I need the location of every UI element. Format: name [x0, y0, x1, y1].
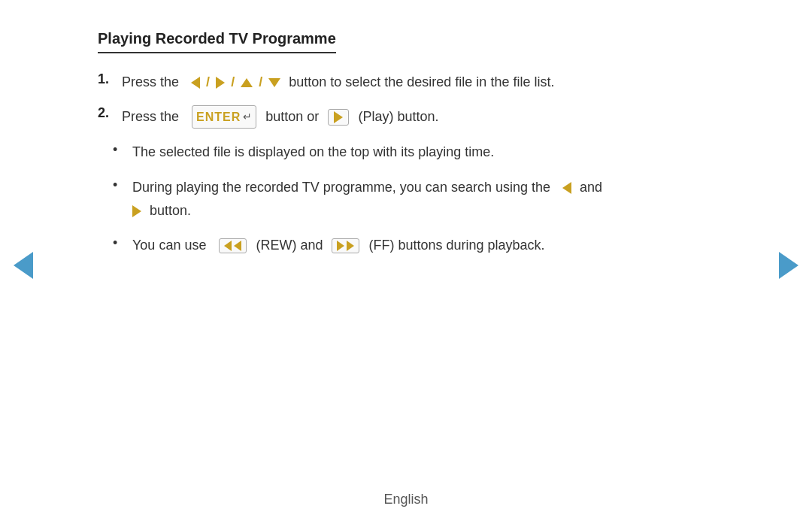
bullet-2-text: During playing the recorded TV programme… [132, 176, 714, 222]
bullet-list: • The selected file is displayed on the … [98, 141, 714, 256]
bullet-2-before: During playing the recorded TV programme… [132, 180, 550, 195]
enter-return-icon: ↵ [243, 108, 252, 125]
bullet-3-text: You can use (REW) and (FF) buttons durin… [132, 234, 714, 257]
bullet-2: • During playing the recorded TV program… [113, 176, 714, 222]
rew-tri-1 [224, 241, 232, 251]
rew-button-icon [219, 238, 247, 253]
play-button-icon [328, 109, 349, 126]
step-1: 1. Press the / / / button to select the … [98, 71, 714, 93]
bullet-2-and: and [580, 180, 602, 195]
bullet-dot-1: • [113, 142, 128, 158]
footer: English [0, 492, 812, 507]
step-1-number: 1. [98, 71, 122, 87]
arrow-up-icon [241, 78, 253, 87]
ff-button-icon [332, 238, 359, 253]
enter-label: ENTER [196, 108, 241, 127]
step-2-text-before: Press the [122, 108, 179, 123]
steps-list: 1. Press the / / / button to select the … [98, 71, 714, 129]
bullet-dot-2: • [113, 177, 128, 193]
ff-tri-1 [337, 241, 344, 251]
search-arrow-left-icon [562, 182, 571, 194]
page-title: Playing Recorded TV Programme [98, 30, 336, 53]
arrow-left-icon [191, 77, 200, 89]
rew-tri-2 [234, 241, 241, 251]
ff-tri-2 [347, 241, 354, 251]
step-2-content: Press the ENTER ↵ button or (Play) butto… [122, 105, 714, 129]
play-triangle-icon [334, 111, 343, 123]
bullet-2-after: button. [150, 203, 191, 218]
content-area: Playing Recorded TV Programme 1. Press t… [38, 0, 774, 299]
nav-arrow-left[interactable] [14, 252, 33, 279]
footer-language: English [383, 492, 428, 507]
search-arrow-right-icon [132, 205, 141, 217]
step-1-content: Press the / / / button to select the des… [122, 71, 714, 93]
arrow-down-icon [268, 78, 280, 87]
bullet-1: • The selected file is displayed on the … [113, 141, 714, 164]
step-2-text-after: (Play) button. [358, 108, 438, 123]
bullet-3-before: You can use [132, 238, 206, 253]
bullet-dot-3: • [113, 235, 128, 251]
bullet-3: • You can use (REW) and (FF) buttons dur… [113, 234, 714, 257]
enter-button-icon: ENTER ↵ [192, 105, 256, 129]
step-2-number: 2. [98, 105, 122, 121]
step-1-text-before: Press the [122, 74, 179, 89]
step-2: 2. Press the ENTER ↵ button or (Play) bu… [98, 105, 714, 129]
step-1-text-after: button to select the desired file in the… [289, 74, 554, 89]
bullet-3-rew: (REW) and [256, 238, 323, 253]
bullet-1-text: The selected file is displayed on the to… [132, 141, 714, 164]
nav-arrow-right[interactable] [779, 252, 798, 279]
step-2-text-mid: button or [265, 108, 319, 123]
bullet-3-ff: (FF) buttons during playback. [369, 238, 545, 253]
arrow-right-icon [216, 77, 225, 89]
